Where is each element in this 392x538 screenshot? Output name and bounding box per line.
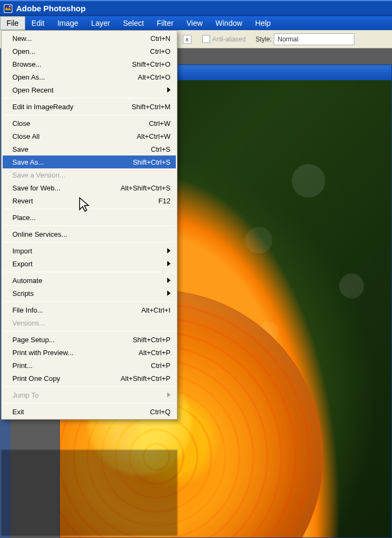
menu-item-label: Page Setup...	[12, 336, 111, 344]
submenu-arrow-icon	[167, 261, 170, 266]
svg-rect-1	[4, 5, 12, 12]
style-select[interactable]: Normal	[274, 33, 354, 45]
file-menu-new[interactable]: New...Ctrl+N	[3, 32, 176, 45]
menu-separator	[4, 386, 175, 387]
options-field[interactable]: x	[183, 35, 191, 44]
menu-item-label: Save	[12, 145, 111, 153]
app-title: Adobe Photoshop	[16, 4, 85, 13]
file-menu-open-recent[interactable]: Open Recent	[3, 83, 176, 96]
menu-separator	[4, 225, 175, 226]
menu-view[interactable]: View	[180, 16, 209, 30]
menu-item-label: Online Services...	[12, 230, 170, 238]
file-menu-save-as[interactable]: Save As...Shift+Ctrl+S	[3, 155, 176, 168]
menu-item-label: Close All	[12, 132, 111, 140]
menu-help[interactable]: Help	[249, 16, 277, 30]
file-menu-print-one-copy[interactable]: Print One CopyAlt+Shift+Ctrl+P	[3, 372, 176, 385]
menu-item-label: Scripts	[12, 289, 170, 298]
menu-item-shortcut: Ctrl+W	[111, 119, 170, 128]
app-icon	[3, 4, 13, 13]
menu-item-label: Print...	[12, 362, 111, 370]
menu-separator	[4, 115, 175, 115]
file-menu-export[interactable]: Export	[3, 257, 176, 270]
menu-item-shortcut: Ctrl+P	[111, 362, 170, 370]
menu-image[interactable]: Image	[51, 16, 85, 30]
file-menu-automate[interactable]: Automate	[3, 274, 176, 287]
file-menu-versions: Versions...	[3, 316, 176, 329]
file-menu-exit[interactable]: ExitCtrl+Q	[3, 405, 176, 418]
svg-point-2	[9, 5, 11, 7]
file-menu-open[interactable]: Open...Ctrl+O	[3, 45, 176, 58]
menu-window[interactable]: Window	[209, 16, 249, 30]
file-menu-online-services[interactable]: Online Services...	[3, 228, 176, 240]
file-menu-import[interactable]: Import	[3, 244, 176, 257]
menu-item-label: New...	[12, 34, 111, 43]
menu-separator	[4, 403, 175, 404]
file-menu-print[interactable]: Print...Ctrl+P	[3, 359, 176, 372]
menu-file[interactable]: File	[0, 16, 25, 30]
file-menu-scripts[interactable]: Scripts	[3, 287, 176, 300]
menu-item-shortcut: Alt+Ctrl+W	[111, 132, 170, 140]
submenu-arrow-icon	[167, 278, 170, 283]
menu-item-label: File Info...	[12, 306, 111, 314]
menu-item-shortcut: Shift+Ctrl+S	[111, 158, 170, 166]
menu-item-shortcut: Ctrl+Q	[111, 408, 170, 416]
file-menu-save-for-web[interactable]: Save for Web...Alt+Shift+Ctrl+S	[3, 181, 176, 194]
menu-filter[interactable]: Filter	[151, 16, 180, 30]
menu-select[interactable]: Select	[117, 16, 151, 30]
dropdown-shadow	[1, 450, 177, 536]
file-menu-edit-in-imageready[interactable]: Edit in ImageReadyShift+Ctrl+M	[3, 100, 176, 113]
menu-item-shortcut: Alt+Shift+Ctrl+S	[111, 184, 170, 192]
menu-item-shortcut: Alt+Shift+Ctrl+P	[111, 374, 170, 383]
submenu-arrow-icon	[167, 87, 170, 93]
menu-separator	[4, 331, 175, 331]
menu-item-shortcut: Ctrl+O	[111, 47, 170, 55]
menu-edit[interactable]: Edit	[25, 16, 51, 30]
file-menu-page-setup[interactable]: Page Setup...Shift+Ctrl+P	[3, 333, 176, 346]
file-menu-print-with-preview[interactable]: Print with Preview...Alt+Ctrl+P	[3, 346, 176, 359]
menu-layer[interactable]: Layer	[85, 16, 117, 30]
menu-item-shortcut: Ctrl+N	[111, 34, 170, 43]
file-menu-close[interactable]: CloseCtrl+W	[3, 117, 176, 130]
menu-item-label: Revert	[12, 197, 111, 205]
menu-item-label: Exit	[12, 408, 111, 416]
file-menu-close-all[interactable]: Close AllAlt+Ctrl+W	[3, 130, 176, 143]
menu-item-shortcut: Alt+Ctrl+O	[111, 73, 170, 81]
file-menu-jump-to: Jump To	[3, 388, 176, 401]
menu-bar: FileEditImageLayerSelectFilterViewWindow…	[0, 16, 392, 30]
menu-item-label: Save a Version...	[12, 171, 170, 179]
menu-separator	[4, 272, 175, 272]
file-menu-dropdown: New...Ctrl+NOpen...Ctrl+OBrowse...Shift+…	[1, 30, 177, 420]
menu-item-shortcut: F12	[111, 197, 170, 205]
title-bar: Adobe Photoshop	[0, 0, 392, 16]
anti-aliased-label: Anti-aliased	[212, 36, 246, 43]
style-value: Normal	[277, 36, 298, 43]
file-menu-save[interactable]: SaveCtrl+S	[3, 143, 176, 155]
menu-item-label: Versions...	[12, 319, 170, 327]
menu-item-label: Browse...	[12, 60, 111, 68]
submenu-arrow-icon	[167, 248, 170, 253]
menu-item-label: Open...	[12, 47, 111, 55]
menu-item-label: Import	[12, 247, 170, 255]
cursor-icon	[79, 196, 91, 215]
menu-item-label: Save As...	[12, 158, 111, 166]
menu-item-label: Automate	[12, 277, 170, 285]
menu-item-shortcut: Ctrl+S	[111, 145, 170, 153]
menu-item-label: Print One Copy	[12, 374, 111, 383]
submenu-arrow-icon	[167, 392, 170, 398]
menu-item-label: Export	[12, 260, 170, 268]
menu-item-shortcut: Alt+Ctrl+P	[111, 349, 170, 357]
submenu-arrow-icon	[167, 291, 170, 296]
anti-aliased-checkbox[interactable]	[202, 35, 210, 43]
menu-item-shortcut: Shift+Ctrl+P	[111, 336, 170, 344]
menu-item-shortcut: Alt+Ctrl+I	[111, 306, 170, 314]
menu-item-label: Jump To	[12, 391, 170, 399]
file-menu-file-info[interactable]: File Info...Alt+Ctrl+I	[3, 303, 176, 316]
menu-item-label: Close	[12, 119, 111, 128]
menu-separator	[4, 301, 175, 302]
menu-item-label: Edit in ImageReady	[12, 103, 111, 111]
style-label: Style:	[255, 36, 272, 43]
menu-item-label: Open As...	[12, 73, 111, 81]
file-menu-browse[interactable]: Browse...Shift+Ctrl+O	[3, 58, 176, 70]
file-menu-open-as[interactable]: Open As...Alt+Ctrl+O	[3, 70, 176, 83]
menu-item-label: Save for Web...	[12, 184, 111, 192]
